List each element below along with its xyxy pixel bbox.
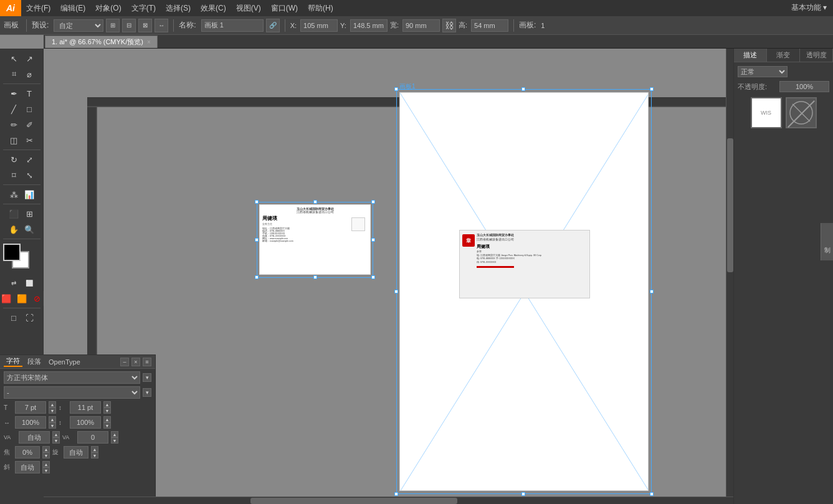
color-mode-btn[interactable]: 🟥	[0, 291, 14, 306]
rotate-tool[interactable]: ↻	[6, 152, 21, 167]
hand-tool[interactable]: ✋	[6, 222, 21, 237]
menu-edit[interactable]: 编辑(E)	[55, 0, 90, 16]
fp-tab-para[interactable]: 段落	[25, 357, 44, 366]
y-input[interactable]	[350, 19, 388, 32]
menu-file[interactable]: 文件(F)	[21, 0, 55, 16]
rpanel-tab-describe[interactable]: 描述	[734, 49, 767, 62]
leading-up-btn[interactable]: ▲	[103, 401, 111, 407]
rpanel-tab-transparency[interactable]: 透明度	[800, 49, 833, 62]
none-mode-btn[interactable]: ⊘	[30, 291, 45, 306]
tracking-down-btn[interactable]: ▼	[52, 437, 60, 444]
scale-v-down-btn[interactable]: ▼	[103, 422, 111, 429]
w-input[interactable]	[402, 19, 440, 32]
menu-help[interactable]: 帮助(H)	[303, 0, 338, 16]
swatch-no-style[interactable]	[786, 97, 817, 128]
swatch-white[interactable]: WIS	[751, 97, 782, 128]
scale-tool[interactable]: ⤢	[22, 152, 37, 167]
h-scrollbar[interactable]	[44, 497, 733, 504]
main-handle-bl[interactable]	[394, 492, 398, 496]
zoom-tool[interactable]: 🔍	[22, 222, 37, 237]
baseline-up-btn[interactable]: ▲	[42, 446, 50, 452]
slant-input[interactable]	[15, 461, 40, 473]
fp-menu-btn[interactable]: ≡	[143, 358, 151, 366]
kerning-up-btn[interactable]: ▲	[111, 431, 118, 437]
scale-h-input[interactable]	[15, 416, 46, 429]
baseline-down-btn[interactable]: ▼	[42, 452, 50, 459]
default-colors-btn[interactable]: ⬜	[22, 275, 37, 290]
constrain-btn[interactable]: ⛓	[442, 19, 456, 32]
rotate-down-btn[interactable]: ▼	[91, 452, 98, 459]
cut-button[interactable]: 制	[821, 223, 833, 260]
menu-effect[interactable]: 效果(C)	[196, 0, 231, 16]
direct-selection-tool[interactable]: ↗	[22, 51, 37, 66]
paint-brush-tool[interactable]: ✏	[6, 117, 21, 132]
tracking-input[interactable]	[19, 431, 50, 444]
gradient-mode-btn[interactable]: 🟧	[14, 291, 29, 306]
line-tool[interactable]: ╱	[6, 102, 21, 116]
scale-h-down-btn[interactable]: ▼	[49, 422, 56, 429]
v-scrollbar[interactable]	[726, 49, 733, 497]
column-graph-tool[interactable]: 📊	[22, 187, 37, 202]
h-scroll-thumb[interactable]	[250, 498, 457, 504]
fp-collapse-btn[interactable]: –	[120, 358, 129, 366]
kerning-down-btn[interactable]: ▼	[111, 437, 118, 444]
fp-close-btn[interactable]: ×	[131, 358, 140, 366]
slant-down-btn[interactable]: ▼	[42, 467, 50, 473]
link-btn[interactable]: 🔗	[266, 19, 280, 32]
fp-tab-opentype[interactable]: OpenType	[46, 358, 83, 366]
leading-down-btn[interactable]: ▼	[103, 407, 111, 414]
free-transform-tool[interactable]: ⤡	[22, 168, 37, 183]
x-input[interactable]	[300, 19, 338, 32]
baseline-input[interactable]	[15, 446, 40, 459]
preset-select[interactable]: 自定	[54, 19, 103, 32]
handle-tr[interactable]	[371, 200, 375, 204]
artboard-name-input[interactable]	[201, 19, 264, 32]
fp-tab-char[interactable]: 字符	[4, 356, 22, 367]
size-down-btn[interactable]: ▼	[49, 407, 56, 414]
handle-tm[interactable]	[313, 200, 317, 204]
size-up-btn[interactable]: ▲	[49, 401, 56, 407]
leading-input[interactable]	[70, 401, 101, 414]
pen-tool[interactable]: ✒	[6, 86, 21, 101]
text-tool[interactable]: T	[22, 86, 37, 101]
lasso-tool[interactable]: ⌀	[22, 67, 37, 82]
menu-window[interactable]: 窗口(W)	[266, 0, 303, 16]
font-style-select[interactable]: -	[4, 386, 140, 399]
main-handle-ml[interactable]	[394, 290, 398, 293]
main-handle-br[interactable]	[650, 492, 654, 496]
scale-v-up-btn[interactable]: ▲	[103, 416, 111, 422]
opacity-input[interactable]	[779, 81, 829, 92]
artboard-reorder-btn[interactable]: ⊟	[122, 19, 136, 32]
menu-object[interactable]: 对象(O)	[90, 0, 126, 16]
main-handle-tl[interactable]	[394, 87, 398, 91]
font-family-select[interactable]: 方正书宋简体	[4, 371, 140, 384]
scale-h-up-btn[interactable]: ▲	[49, 416, 56, 422]
artboard-delete-btn[interactable]: ⊠	[138, 19, 152, 32]
handle-ml[interactable]	[255, 238, 259, 242]
blend-mode-select[interactable]: 正常	[738, 66, 788, 77]
handle-mr[interactable]	[371, 238, 375, 242]
h-input[interactable]	[471, 19, 508, 32]
basic-function-selector[interactable]: 基本功能 ▾	[791, 2, 827, 13]
fp-style-dropdown-btn[interactable]: ▾	[143, 388, 151, 397]
handle-tl[interactable]	[255, 200, 259, 204]
scale-v-input[interactable]	[70, 416, 101, 429]
rotate-up-btn[interactable]: ▲	[91, 446, 98, 452]
main-handle-tm[interactable]	[521, 87, 525, 91]
slant-up-btn[interactable]: ▲	[42, 461, 50, 467]
pencil-tool[interactable]: ✐	[22, 117, 37, 132]
fp-dropdown-btn[interactable]: ▾	[143, 373, 151, 382]
magic-wand-tool[interactable]: ⌗	[6, 67, 21, 82]
selection-tool[interactable]: ↖	[6, 51, 21, 66]
rect-tool[interactable]: □	[22, 102, 37, 116]
v-scroll-thumb[interactable]	[727, 138, 733, 273]
artboard-tool[interactable]: ⬛	[6, 206, 21, 221]
handle-br[interactable]	[371, 275, 375, 279]
main-handle-mr[interactable]	[650, 290, 654, 293]
eraser-tool[interactable]: ◫	[6, 133, 21, 148]
artboard-options-btn[interactable]: ⊞	[106, 19, 120, 32]
symbol-sprayer-tool[interactable]: ⁂	[6, 187, 21, 202]
menu-text[interactable]: 文字(T)	[126, 0, 161, 16]
scissors-tool[interactable]: ✂	[22, 133, 37, 148]
menu-select[interactable]: 选择(S)	[161, 0, 196, 16]
